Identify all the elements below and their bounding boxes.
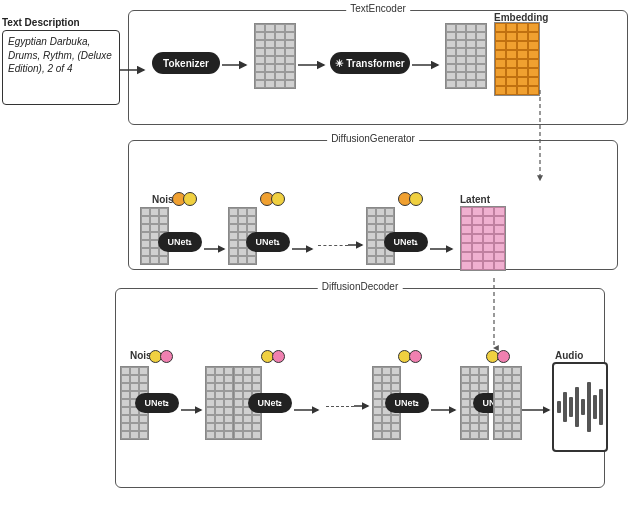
text-encoder-label: TextEncoder — [346, 3, 410, 14]
dec-circle-pink-2 — [272, 350, 285, 363]
audio-waveform — [557, 382, 603, 432]
audio-label: Audio — [555, 350, 583, 361]
unet2-pill-3: UNet₂ — [385, 393, 429, 413]
unet1-pill-3: UNet₁ — [384, 232, 428, 252]
gen-dot-line — [318, 245, 348, 246]
diffusion-generator-label: DiffusionGenerator — [327, 133, 419, 144]
dec-circle-pink-1 — [160, 350, 173, 363]
gen-circle-yellow-2 — [271, 192, 285, 206]
text-description-label: Text Description — [2, 17, 80, 28]
unet2-pill-2: UNet₂ — [248, 393, 292, 413]
audio-box — [552, 362, 608, 452]
dec-circle-pink-4 — [497, 350, 510, 363]
dec-dot-line — [326, 406, 354, 407]
latent-grid — [460, 206, 506, 271]
diffusion-decoder-section: DiffusionDecoder — [115, 288, 605, 488]
diffusion-decoder-label: DiffusionDecoder — [318, 281, 403, 292]
embedding-grid — [494, 22, 540, 96]
dec-grid-1b — [205, 365, 234, 440]
text-description-box: Egyptian Darbuka, Drums, Rythm, (Deluxe … — [2, 30, 120, 105]
unet1-pill-2: UNet₁ — [246, 232, 290, 252]
diagram: Text Description Egyptian Darbuka, Drums… — [0, 0, 640, 510]
latent-label: Latent — [460, 194, 490, 205]
dec-grid-4b — [493, 365, 522, 440]
gen-circle-yellow-3 — [409, 192, 423, 206]
grid-1 — [254, 22, 296, 89]
transformer-pill: ✳Transformer — [330, 52, 410, 74]
gen-circle-yellow-1 — [183, 192, 197, 206]
tokenizer-pill: Tokenizer — [152, 52, 220, 74]
unet2-pill-1: UNet₂ — [135, 393, 179, 413]
unet1-pill-1: UNet₁ — [158, 232, 202, 252]
dec-circle-pink-3 — [409, 350, 422, 363]
grid-2 — [445, 22, 487, 89]
